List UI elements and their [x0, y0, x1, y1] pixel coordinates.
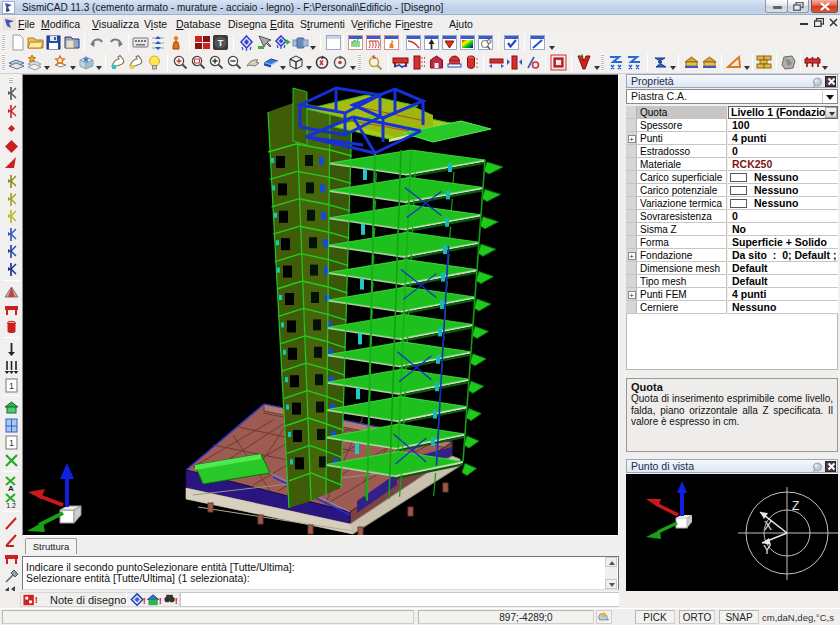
svg-text:Z: Z [792, 499, 799, 513]
svg-text:!: ! [175, 595, 178, 606]
svg-text:1: 1 [9, 438, 14, 448]
svg-text:1: 1 [9, 381, 14, 391]
svg-text:X: X [764, 519, 772, 533]
svg-text:1.2: 1.2 [6, 502, 16, 509]
svg-text:!: ! [35, 594, 38, 605]
svg-text:Y: Y [763, 543, 771, 557]
svg-text:A: A [8, 484, 14, 492]
svg-text:T: T [218, 38, 224, 48]
